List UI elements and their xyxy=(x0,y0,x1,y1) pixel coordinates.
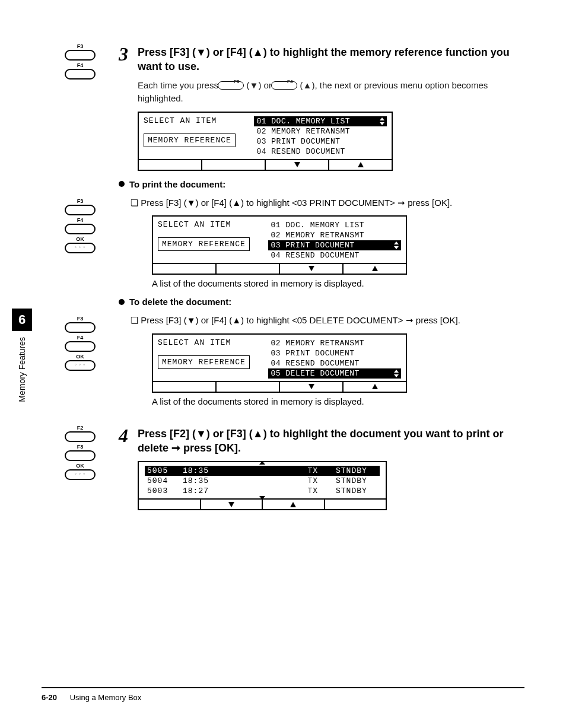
softkey-up-icon xyxy=(344,264,406,274)
lcd-context-box: MEMORY REFERENCE xyxy=(158,355,250,369)
step-number-4: 4 xyxy=(119,423,135,456)
document-row: 500518:35TXSTNDBY xyxy=(145,466,380,476)
document-row: 500418:35TXSTNDBY xyxy=(145,476,380,486)
key-f3: F3 xyxy=(65,44,96,61)
inline-key-f3: F3 xyxy=(221,81,244,90)
scroll-down-icon xyxy=(259,496,265,500)
menu-item: 02 MEMORY RETRANSMT xyxy=(268,230,401,240)
page-footer: 6-20 Using a Memory Box xyxy=(42,687,524,702)
footer-title: Using a Memory Box xyxy=(70,693,142,702)
softkey-blank xyxy=(217,264,280,274)
lcd-delete: SELECT AN ITEM MEMORY REFERENCE 02 MEMOR… xyxy=(152,333,407,393)
softkey-down-icon xyxy=(201,500,263,509)
lcd-step4: 500518:35TXSTNDBY500418:35TXSTNDBY500318… xyxy=(138,461,387,510)
print-heading: To print the document: xyxy=(119,179,524,189)
key-ok: OK xyxy=(65,237,96,253)
softkey-blank xyxy=(217,382,280,392)
softkey-up-icon xyxy=(344,382,406,392)
key-f3: F3 xyxy=(65,316,96,333)
key-f4: F4 xyxy=(65,335,96,352)
menu-item: 04 RESEND DOCUMENT xyxy=(268,250,401,260)
softkey-down-icon xyxy=(280,264,344,274)
softkey-down-icon xyxy=(266,160,329,170)
key-ok: OK xyxy=(65,463,96,480)
delete-heading: To delete the document: xyxy=(119,297,524,307)
print-caption: A list of the documents stored in memory… xyxy=(152,278,524,288)
page-number: 6-20 xyxy=(42,693,57,702)
print-block: F3 F4 OK Press [F3] (▼) or [F4] (▲) to h… xyxy=(42,196,524,311)
softkey-blank xyxy=(325,500,386,509)
lcd-title: SELECT AN ITEM xyxy=(158,338,265,347)
step-4: F2 F3 OK 4 Press [F2] (▼) or [F3] (▲) to… xyxy=(42,423,524,513)
delete-caption: A list of the documents stored in memory… xyxy=(152,396,524,406)
step-4-heading: Press [F2] (▼) or [F3] (▲) to highlight … xyxy=(138,423,524,456)
softkey-blank xyxy=(139,500,201,509)
menu-item: 02 MEMORY RETRANSMT xyxy=(254,126,387,136)
softkey-blank xyxy=(153,382,217,392)
lcd-step3: SELECT AN ITEM MEMORY REFERENCE 01 DOC. … xyxy=(138,112,393,171)
menu-item: 04 RESEND DOCUMENT xyxy=(254,147,387,157)
step-3-heading: Press [F3] (▼) or [F4] (▲) to highlight … xyxy=(138,42,524,74)
softkey-down-icon xyxy=(280,382,344,392)
step-3: F3 F4 3 Press [F3] (▼) or [F4] (▲) to hi… xyxy=(42,42,524,193)
inline-key-f4: F4 xyxy=(274,81,297,90)
lcd-print: SELECT AN ITEM MEMORY REFERENCE 01 DOC. … xyxy=(152,215,407,275)
step-3-body: Each time you press F3 (▼) or F4 (▲), th… xyxy=(138,79,524,106)
menu-item: 05 DELETE DOCUMENT xyxy=(268,368,401,379)
key-f3: F3 xyxy=(65,444,96,461)
menu-item: 03 PRINT DOCUMENT xyxy=(268,240,401,250)
key-f2: F2 xyxy=(65,425,96,442)
softkey-blank xyxy=(202,160,266,170)
softkey-blank xyxy=(153,264,217,274)
menu-item: 01 DOC. MEMORY LIST xyxy=(268,220,401,230)
print-instruction: Press [F3] (▼) or [F4] (▲) to highlight … xyxy=(131,196,524,210)
delete-instruction: Press [F3] (▼) or [F4] (▲) to highlight … xyxy=(131,314,524,328)
menu-item: 01 DOC. MEMORY LIST xyxy=(254,116,387,126)
step-number-3: 3 xyxy=(119,42,135,74)
delete-block: F3 F4 OK Press [F3] (▼) or [F4] (▲) to h… xyxy=(42,314,524,412)
scroll-up-icon xyxy=(259,461,265,465)
softkey-up-icon xyxy=(329,160,392,170)
menu-item: 02 MEMORY RETRANSMT xyxy=(268,338,401,348)
key-f4: F4 xyxy=(65,63,96,80)
menu-item: 03 PRINT DOCUMENT xyxy=(268,348,401,358)
menu-item: 04 RESEND DOCUMENT xyxy=(268,358,401,368)
key-ok: OK xyxy=(65,354,96,371)
lcd-context-box: MEMORY REFERENCE xyxy=(144,133,236,147)
softkey-up-icon xyxy=(263,500,325,509)
key-f4: F4 xyxy=(65,218,96,234)
document-row: 500318:27TXSTNDBY xyxy=(145,486,380,496)
lcd-title: SELECT AN ITEM xyxy=(144,116,250,125)
softkey-blank xyxy=(139,160,202,170)
lcd-context-box: MEMORY REFERENCE xyxy=(158,237,250,251)
menu-item: 03 PRINT DOCUMENT xyxy=(254,136,387,147)
lcd-title: SELECT AN ITEM xyxy=(158,220,265,229)
key-f3: F3 xyxy=(65,199,96,215)
